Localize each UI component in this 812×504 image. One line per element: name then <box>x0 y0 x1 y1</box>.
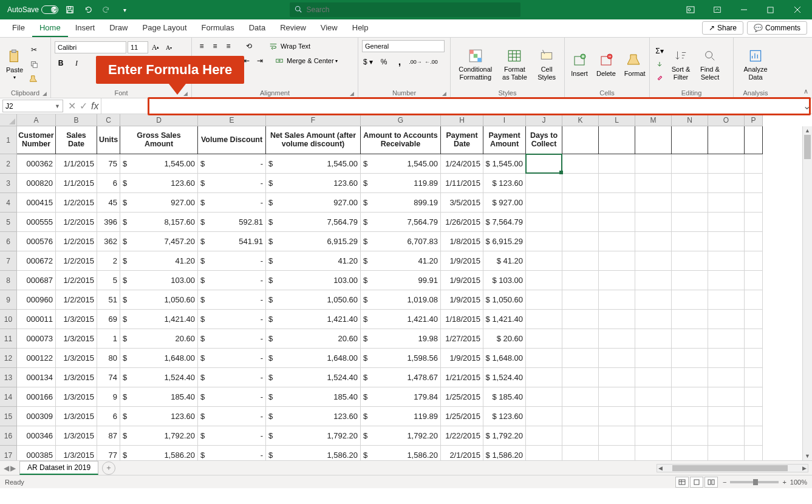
cell[interactable]: $1,586.20 <box>120 446 198 460</box>
cell[interactable]: 000555 <box>17 213 56 232</box>
cell[interactable] <box>562 349 599 368</box>
cell[interactable] <box>708 349 745 368</box>
cell[interactable]: 1/9/2015 <box>441 290 483 310</box>
italic-button[interactable]: I <box>70 57 83 69</box>
cell[interactable]: $185.40 <box>266 387 361 407</box>
row-header-2[interactable]: 2 <box>0 154 17 174</box>
cell[interactable] <box>562 232 599 251</box>
cell[interactable]: $- <box>198 271 266 290</box>
cell[interactable]: $ 1,648.00 <box>483 349 526 368</box>
normal-view-icon[interactable] <box>675 477 689 488</box>
cell[interactable]: $- <box>198 446 266 460</box>
cell[interactable] <box>708 174 745 193</box>
cell[interactable] <box>599 329 635 349</box>
cell[interactable] <box>672 407 708 426</box>
col-header-O[interactable]: O <box>708 114 745 126</box>
cell[interactable]: $ 7,564.79 <box>483 213 526 232</box>
tab-formulas[interactable]: Formulas <box>194 19 242 37</box>
cell[interactable]: $1,524.40 <box>120 368 198 387</box>
cell[interactable] <box>635 213 672 232</box>
cell[interactable] <box>599 446 635 460</box>
cell[interactable] <box>562 329 599 349</box>
cell[interactable]: 000346 <box>17 426 56 446</box>
cell[interactable]: $119.89 <box>361 407 441 426</box>
cell[interactable]: $927.00 <box>266 193 361 213</box>
cell[interactable]: $1,586.20 <box>361 446 441 460</box>
cell[interactable]: 1/18/2015 <box>441 310 483 329</box>
cell[interactable]: 1/3/2015 <box>56 407 97 426</box>
redo-icon[interactable] <box>100 3 113 16</box>
cell[interactable]: 1/8/2015 <box>441 232 483 251</box>
cell[interactable] <box>562 426 599 446</box>
cell[interactable]: $1,545.00 <box>120 154 198 174</box>
expand-formula-bar-icon[interactable]: ⌄ <box>801 98 812 114</box>
row-header-6[interactable]: 6 <box>0 232 17 251</box>
cell[interactable] <box>599 407 635 426</box>
cell[interactable]: 6 <box>97 174 120 193</box>
cell[interactable] <box>526 154 562 174</box>
cell[interactable] <box>635 407 672 426</box>
col-header-C[interactable]: C <box>97 114 120 126</box>
cell[interactable]: 5 <box>97 271 120 290</box>
cell[interactable] <box>599 154 635 174</box>
cell[interactable]: $- <box>198 426 266 446</box>
row-header-9[interactable]: 9 <box>0 290 17 310</box>
cell[interactable]: $ 1,545.00 <box>483 154 526 174</box>
cell[interactable] <box>672 349 708 368</box>
merge-label[interactable]: Merge & Center <box>287 57 334 64</box>
tab-review[interactable]: Review <box>273 19 313 37</box>
header-cell[interactable]: Volume Discount <box>198 126 266 154</box>
cell[interactable] <box>635 349 672 368</box>
row-header-13[interactable]: 13 <box>0 368 17 387</box>
wrap-text-label[interactable]: Wrap Text <box>281 43 310 50</box>
cell[interactable]: $ 1,792.20 <box>483 426 526 446</box>
cell[interactable]: 1/2/2015 <box>56 271 97 290</box>
share-button[interactable]: ↗Share <box>702 21 743 35</box>
tab-file[interactable]: File <box>5 19 32 37</box>
maximize-icon[interactable] <box>759 0 783 19</box>
cell[interactable]: $541.91 <box>198 232 266 251</box>
insert-cells-button[interactable]: Insert <box>568 50 590 78</box>
row-header-1[interactable]: 1 <box>0 126 17 154</box>
col-header-D[interactable]: D <box>120 114 198 126</box>
cell[interactable] <box>635 446 672 460</box>
cell[interactable]: $1,421.40 <box>120 310 198 329</box>
hscroll-thumb[interactable] <box>672 465 788 471</box>
cell[interactable] <box>635 232 672 251</box>
row-header-3[interactable]: 3 <box>0 174 17 193</box>
cell[interactable]: 51 <box>97 290 120 310</box>
cell[interactable]: $1,792.20 <box>361 426 441 446</box>
cell[interactable] <box>708 232 745 251</box>
cell[interactable]: $- <box>198 329 266 349</box>
cell[interactable]: 000362 <box>17 154 56 174</box>
collapse-ribbon-icon[interactable]: ∧ <box>803 87 808 95</box>
cell[interactable] <box>599 426 635 446</box>
cell[interactable]: $927.00 <box>120 193 198 213</box>
cell[interactable]: 000309 <box>17 407 56 426</box>
cell[interactable]: $7,564.79 <box>266 213 361 232</box>
number-format-select[interactable] <box>362 40 445 52</box>
tab-view[interactable]: View <box>313 19 345 37</box>
conditional-formatting-button[interactable]: Conditional Formatting <box>454 46 497 81</box>
cell[interactable] <box>745 426 763 446</box>
cell[interactable]: 1/2/2015 <box>56 290 97 310</box>
undo-icon[interactable] <box>81 3 95 16</box>
cell[interactable]: 1/3/2015 <box>56 446 97 460</box>
cell[interactable]: $ 185.40 <box>483 387 526 407</box>
alignment-launcher-icon[interactable]: ◢ <box>350 90 354 97</box>
col-header-M[interactable]: M <box>635 114 672 126</box>
cell[interactable]: 000073 <box>17 329 56 349</box>
col-header-I[interactable]: I <box>483 114 526 126</box>
tab-data[interactable]: Data <box>242 19 273 37</box>
cell[interactable] <box>599 349 635 368</box>
col-header-N[interactable]: N <box>672 114 708 126</box>
cell[interactable]: 77 <box>97 446 120 460</box>
search-input[interactable] <box>307 5 516 14</box>
header-cell[interactable]: Customer Number <box>17 126 56 154</box>
cell[interactable] <box>599 213 635 232</box>
cell[interactable]: $1,792.20 <box>266 426 361 446</box>
cell[interactable]: $20.60 <box>266 329 361 349</box>
cell[interactable]: $- <box>198 387 266 407</box>
cell[interactable]: $41.20 <box>361 251 441 271</box>
cell[interactable]: 2/1/2015 <box>441 446 483 460</box>
